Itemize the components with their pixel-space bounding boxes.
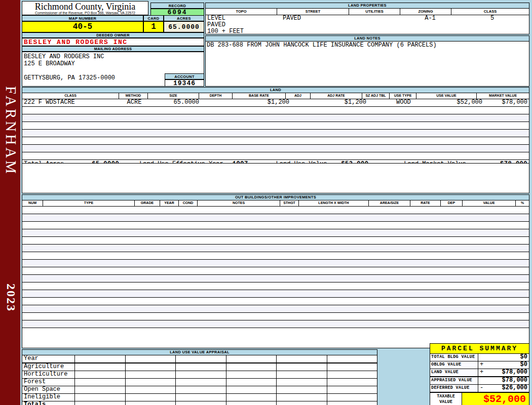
county-title-box: Richmond County, Virginia Commissioner o… <box>22 1 148 15</box>
land-row: 222 F WDSTACRE ACRE 65.0000 $1,200 $1,20… <box>22 99 529 107</box>
district-name: FARNHAM <box>3 86 19 176</box>
col-sz-adj-tbl: SZ ADJ TBL <box>362 93 390 99</box>
col-base-rate: BASE RATE <box>233 93 286 99</box>
map-number-header: MAP NUMBER <box>22 15 143 21</box>
col-adj: ADJ <box>286 93 311 99</box>
empty-row <box>22 320 529 328</box>
col-grade: GRADE <box>135 200 160 206</box>
acres-header: ACRES <box>164 15 204 21</box>
record-header: RECORD <box>150 3 204 9</box>
empty-row <box>22 305 529 313</box>
col-notes: NOTES <box>198 200 280 206</box>
deeded-owner-header: DEEDED OWNER <box>22 32 204 38</box>
land-use-appraisal-title: LAND USE VALUE APPRAISAL <box>22 350 377 355</box>
mailing-address-header: MAILING ADDRESS <box>22 46 204 52</box>
col-use-value: USE VALUE <box>416 93 477 99</box>
commissioner-line: Commissioner of the Revenue, PO Box 366,… <box>22 11 148 15</box>
operator <box>478 377 485 384</box>
col-class: CLASS <box>451 9 529 15</box>
street-value: PAVED <box>278 15 354 35</box>
col-utilities: UTILITIES <box>349 9 400 15</box>
land-notes-title: LAND NOTES <box>206 36 529 42</box>
card-value: 1 <box>143 21 164 32</box>
out-buildings-columns: NUM TYPE GRADE YEAR COND NOTES STHGT LEN… <box>22 200 529 207</box>
col-year: YEAR <box>160 200 179 206</box>
empty-row <box>22 107 529 114</box>
land-table: LAND CLASS METHOD SIZE DEPTH BASE RATE A… <box>22 87 529 169</box>
empty-row <box>22 252 529 260</box>
land-table-columns: CLASS METHOD SIZE DEPTH BASE RATE ADJ AD… <box>22 93 529 99</box>
land-properties-table: LAND PROPERTIES TOPO STREET UTILITIES ZO… <box>205 3 529 34</box>
topo-values: LEVEL PAVED 100 + FEET <box>206 15 278 35</box>
property-record-card: FARNHAM 2023 Richmond County, Virginia C… <box>0 0 532 405</box>
appraisal-row-open-space: Open Space <box>22 386 377 394</box>
empty-row <box>22 152 529 160</box>
col-dep: DEP <box>441 200 463 206</box>
empty-row <box>22 137 529 145</box>
blank-panel <box>22 163 529 193</box>
appraisal-row-ineligible: Ineligible <box>22 394 377 401</box>
col-length-width: LENGTH X WIDTH <box>299 200 369 206</box>
col-value: VALUE <box>463 200 516 206</box>
parcel-summary-row-taxable: TAXABLE VALUE $52,000 <box>430 393 529 405</box>
parcel-summary-row-total-bldg: TOTAL BLDG VALUE $0 <box>430 354 529 361</box>
card-header: CARD <box>143 15 164 21</box>
parcel-summary-title: PARCEL SUMMARY <box>430 344 529 354</box>
col-num: NUM <box>22 200 43 206</box>
col-size: SIZE <box>148 93 199 99</box>
tax-year: 2023 <box>4 284 18 312</box>
col-sthgt: STHGT <box>280 200 299 206</box>
empty-row <box>22 130 529 137</box>
district-sidebar: FARNHAM 2023 <box>0 0 20 405</box>
empty-row <box>22 237 529 245</box>
land-properties-columns: TOPO STREET UTILITIES ZONING CLASS <box>206 9 529 15</box>
parcel-summary-row-obldg: OBLDG VALUE + $0 <box>430 361 529 369</box>
class-value: 5 <box>455 15 529 35</box>
parcel-summary-row-land-value: LAND VALUE + $78,000 <box>430 369 529 377</box>
operator: + <box>478 369 485 376</box>
deeded-owner-value: BESLEY AND RODGERS INC <box>22 38 204 46</box>
appraisal-row-forest: Forest <box>22 379 377 386</box>
land-properties-values: LEVEL PAVED 100 + FEET PAVED A-1 5 <box>206 15 529 35</box>
taxable-value: $52,000 <box>462 393 529 405</box>
empty-row <box>22 222 529 229</box>
account-header: ACCOUNT <box>165 73 204 79</box>
out-buildings-title: OUT BUILDINGS/OTHER IMPROVEMENTS <box>22 195 529 200</box>
empty-row <box>22 313 529 320</box>
operator: - <box>478 385 485 392</box>
col-market-value: MARKET VALUE <box>477 93 529 99</box>
parcel-summary: PARCEL SUMMARY TOTAL BLDG VALUE $0 OBLDG… <box>430 343 529 405</box>
col-adj-rate: ADJ RATE <box>311 93 362 99</box>
address-line: BESLEY AND RODGERS INC <box>24 53 204 60</box>
acres-value: 65.0000 <box>164 21 204 32</box>
appraisal-row-agriculture: Agriculture <box>22 363 377 371</box>
empty-row <box>22 267 529 275</box>
empty-row <box>22 122 529 130</box>
col-zoning: ZONING <box>400 9 451 15</box>
land-use-appraisal-table: LAND USE VALUE APPRAISAL Year Agricultur… <box>22 349 377 405</box>
land-properties-title: LAND PROPERTIES <box>206 3 529 9</box>
col-use-type: USE TYPE <box>390 93 416 99</box>
parcel-summary-row-appraised: APPRAISED VALUE $78,000 <box>430 377 529 385</box>
empty-row <box>22 114 529 122</box>
parcel-summary-row-deferred: DEFERRED VALUE - $26,000 <box>430 385 529 393</box>
account-value: 19346 <box>165 79 204 87</box>
empty-row <box>22 229 529 237</box>
col-depth: DEPTH <box>199 93 233 99</box>
col-cond: COND <box>179 200 198 206</box>
col-area-size: AREA/SIZE <box>369 200 410 206</box>
land-notes-box: LAND NOTES DB 283-688 FROM JOHN HANCOCK … <box>205 35 529 87</box>
out-buildings-table: OUT BUILDINGS/OTHER IMPROVEMENTS NUM TYP… <box>22 194 529 337</box>
empty-row <box>22 260 529 267</box>
map-number-value: 40-5 <box>22 21 143 32</box>
empty-row <box>22 207 529 214</box>
operator <box>478 354 485 361</box>
empty-row <box>22 214 529 222</box>
taxable-value-label: TAXABLE VALUE <box>430 393 462 405</box>
col-class: CLASS <box>22 93 119 99</box>
appraisal-row-totals: Totals <box>22 401 377 405</box>
empty-row <box>22 245 529 252</box>
operator: + <box>478 361 485 369</box>
empty-row <box>22 275 529 282</box>
land-notes-text: DB 283-688 FROM JOHN HANCOCK LIFE INSURA… <box>206 42 529 49</box>
